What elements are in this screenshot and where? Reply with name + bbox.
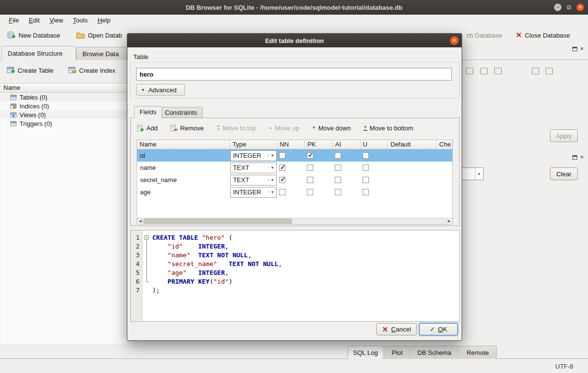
cell-editor-icon — [546, 68, 553, 74]
nn-checkbox[interactable] — [279, 165, 285, 171]
table-name-input[interactable] — [136, 68, 452, 81]
u-checkbox[interactable] — [363, 165, 369, 171]
dock-close-icon[interactable]: × — [580, 47, 584, 51]
dock-close-icon[interactable]: × — [580, 155, 584, 160]
nn-checkbox[interactable] — [279, 177, 285, 183]
type-combobox[interactable]: TEXT▼ — [230, 163, 277, 173]
tab-remote[interactable]: Remote — [459, 346, 497, 359]
pk-checkbox[interactable] — [307, 189, 313, 195]
menu-help[interactable]: Help — [93, 16, 116, 25]
ok-icon: ✓ — [430, 326, 435, 333]
column-header-ai[interactable]: AI — [333, 140, 361, 149]
pk-checkbox[interactable] — [307, 152, 313, 159]
type-combobox[interactable]: INTEGER▼ — [230, 187, 277, 198]
dialog-close-button[interactable]: × — [450, 36, 459, 45]
nn-cell — [277, 174, 305, 186]
field-row-secret-name[interactable]: secret_name TEXT▼ — [137, 174, 452, 186]
close-button[interactable]: × — [576, 3, 584, 11]
search-database-button[interactable]: ch Database — [465, 28, 504, 42]
tab-sql-log[interactable]: SQL Log — [347, 346, 384, 359]
move-to-top-button[interactable]: ▲ Move to top — [217, 124, 256, 132]
cell-editor-button-1[interactable] — [464, 65, 475, 77]
column-header-pk[interactable]: PK — [305, 140, 333, 149]
open-database-button[interactable]: Open Datab — [74, 28, 127, 42]
create-index-button[interactable]: Create Index — [66, 64, 117, 77]
type-combobox[interactable]: TEXT▼ — [230, 175, 277, 186]
scrollbar-thumb[interactable] — [143, 219, 292, 224]
menu-tools[interactable]: Tools — [68, 16, 92, 25]
ai-checkbox[interactable] — [335, 152, 341, 159]
ai-checkbox[interactable] — [335, 189, 341, 195]
menu-edit[interactable]: Edit — [24, 16, 44, 25]
nn-checkbox[interactable] — [279, 189, 285, 195]
scroll-left-icon[interactable]: ◀ — [137, 218, 143, 224]
tree-item-triggers[interactable]: Triggers (0) — [0, 119, 127, 128]
check-cell — [437, 174, 452, 186]
column-header-check[interactable]: Che — [437, 140, 452, 149]
u-checkbox[interactable] — [363, 189, 369, 195]
move-down-button[interactable]: ▼ Move down — [312, 124, 350, 132]
cancel-icon: ✕ — [382, 325, 388, 334]
ai-checkbox[interactable] — [335, 177, 341, 183]
chevron-down-icon: ▼ — [268, 190, 276, 194]
menu-view[interactable]: View — [44, 16, 68, 25]
tab-fields[interactable]: Fields — [134, 106, 162, 118]
type-combobox[interactable]: INTEGER▼ — [230, 150, 277, 161]
horizontal-scrollbar[interactable]: ◀ ▶ — [137, 218, 452, 224]
pk-checkbox[interactable] — [307, 165, 313, 171]
ai-checkbox[interactable] — [335, 165, 341, 171]
tab-constraints[interactable]: Constraints — [160, 107, 203, 118]
tree-item-views[interactable]: Views (0) — [0, 110, 127, 119]
tree-item-indices[interactable]: Indices (0) — [0, 102, 127, 110]
u-checkbox[interactable] — [363, 152, 369, 159]
sql-line: "secret_name" TEXT NOT NULL, — [152, 260, 458, 269]
create-table-button[interactable]: Create Table — [5, 64, 55, 77]
tab-plot[interactable]: Plot — [385, 346, 410, 359]
schema-tree: Name Tables (0) Indices (0) Views (0) Tr… — [0, 83, 127, 344]
tree-item-tables[interactable]: Tables (0) — [0, 93, 127, 102]
move-up-button[interactable]: ▲ Move up — [268, 124, 299, 132]
clear-button[interactable]: Clear — [550, 167, 578, 180]
cell-editor-button-4[interactable] — [529, 65, 541, 77]
tab-db-schema[interactable]: DB Schema — [411, 346, 458, 359]
add-field-button[interactable]: Add — [137, 124, 158, 132]
move-bottom-icon: ▼ — [364, 125, 367, 131]
remove-field-button[interactable]: Remove — [170, 124, 203, 132]
pk-checkbox[interactable] — [307, 177, 313, 183]
filter-combobox[interactable]: ▼ — [461, 167, 484, 180]
column-header-nn[interactable]: NN — [277, 140, 305, 149]
advanced-toggle[interactable]: ▼ Advanced — [136, 84, 185, 96]
dock-float-icon[interactable] — [572, 47, 577, 51]
field-row-age[interactable]: age INTEGER▼ — [137, 186, 452, 198]
apply-button[interactable]: Apply — [550, 129, 578, 142]
ok-button[interactable]: ✓ OK — [419, 323, 458, 335]
chevron-down-icon: ▼ — [268, 166, 276, 169]
field-row-id[interactable]: id INTEGER▼ — [137, 149, 452, 162]
column-header-type[interactable]: Type — [230, 140, 277, 149]
tree-header-name[interactable]: Name — [0, 83, 127, 93]
close-database-button[interactable]: ✕ Close Database — [514, 28, 572, 42]
sql-preview-editor[interactable]: 1 2 3 4 5 6 7 − CREATE TABLE "hero" ( "i… — [130, 230, 460, 322]
menu-file[interactable]: File — [4, 16, 24, 25]
cell-editor-button-5[interactable] — [543, 65, 555, 77]
cell-editor-button-2[interactable] — [478, 65, 489, 77]
code-fold-icon[interactable]: − — [144, 235, 149, 240]
tab-browse-data[interactable]: Browse Data — [76, 47, 127, 60]
triggers-icon — [10, 121, 17, 127]
nn-checkbox[interactable] — [279, 152, 285, 159]
u-checkbox[interactable] — [363, 177, 369, 183]
cell-editor-button-3[interactable] — [492, 65, 504, 77]
field-row-name[interactable]: name TEXT▼ — [137, 162, 452, 174]
cancel-button[interactable]: ✕ Cancel — [376, 323, 417, 335]
move-to-bottom-button[interactable]: ▼ Move to bottom — [364, 124, 414, 132]
tab-database-structure[interactable]: Database Structure — [1, 46, 76, 60]
dock-float-icon[interactable] — [572, 155, 577, 160]
new-database-icon — [7, 31, 16, 40]
minimize-button[interactable]: ─ — [554, 3, 562, 11]
new-database-button[interactable]: New Database — [5, 28, 62, 42]
column-header-name[interactable]: Name — [137, 140, 230, 149]
column-header-default[interactable]: Default — [388, 140, 437, 149]
scroll-right-icon[interactable]: ▶ — [446, 218, 452, 224]
column-header-u[interactable]: U — [361, 140, 388, 149]
maximize-button[interactable] — [565, 3, 573, 11]
